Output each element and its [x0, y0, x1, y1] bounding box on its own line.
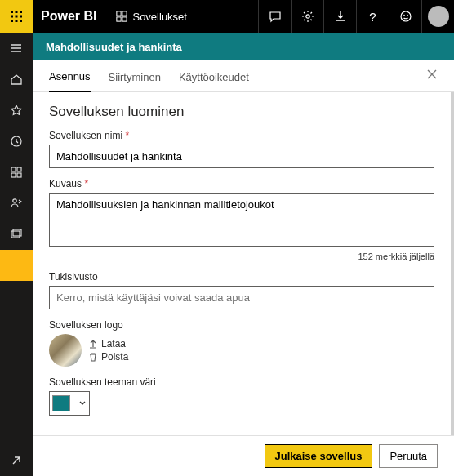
- app-logo-thumbnail: [49, 334, 82, 367]
- nav-current-workspace[interactable]: [0, 250, 33, 281]
- workspace-label: Sovellukset: [132, 11, 186, 23]
- svg-point-13: [305, 15, 309, 18]
- side-nav: [0, 33, 33, 476]
- support-site-input[interactable]: [49, 286, 434, 309]
- nav-recent[interactable]: [0, 126, 33, 157]
- description-input[interactable]: [49, 193, 434, 247]
- svg-rect-21: [17, 173, 21, 177]
- main-area: Mahdollisuudet ja hankinta Asennus Siirt…: [33, 33, 454, 476]
- svg-rect-5: [20, 16, 22, 18]
- svg-point-16: [407, 15, 408, 16]
- nav-toggle[interactable]: [0, 33, 33, 64]
- description-label: Kuvaus *: [49, 178, 434, 189]
- support-site-label: Tukisivusto: [49, 271, 434, 282]
- nav-home[interactable]: [0, 64, 33, 95]
- app-launcher[interactable]: [0, 0, 33, 33]
- svg-rect-6: [11, 20, 13, 22]
- svg-rect-7: [16, 20, 18, 22]
- footer-bar: Julkaise sovellus Peruuta: [33, 435, 454, 476]
- download-button[interactable]: [323, 0, 356, 33]
- gear-icon: [301, 10, 314, 23]
- svg-point-15: [403, 15, 405, 16]
- svg-point-22: [13, 199, 16, 202]
- workspace-switcher[interactable]: Sovellukset: [108, 11, 194, 23]
- cancel-button[interactable]: Peruuta: [379, 444, 438, 468]
- chars-remaining: 152 merkkiä jäljellä: [49, 251, 434, 261]
- nav-favorites[interactable]: [0, 95, 33, 126]
- theme-color-picker[interactable]: [49, 391, 90, 416]
- svg-rect-9: [117, 11, 121, 16]
- svg-rect-3: [11, 16, 13, 18]
- svg-point-14: [401, 11, 411, 21]
- star-icon: [10, 104, 23, 117]
- svg-rect-11: [117, 17, 121, 21]
- tab-setup[interactable]: Asennus: [49, 70, 91, 92]
- chat-bubble-icon: [269, 10, 282, 23]
- settings-button[interactable]: [291, 0, 323, 33]
- svg-rect-20: [11, 173, 16, 177]
- upload-icon: [88, 339, 98, 349]
- svg-rect-12: [122, 17, 127, 21]
- svg-rect-18: [11, 167, 16, 171]
- svg-rect-4: [16, 16, 18, 18]
- profile-button[interactable]: [421, 0, 454, 33]
- feedback-button[interactable]: [389, 0, 421, 33]
- trash-icon: [88, 352, 98, 362]
- smile-icon: [399, 10, 412, 23]
- arrow-out-icon: [10, 454, 23, 467]
- svg-rect-0: [11, 11, 13, 13]
- publish-app-button[interactable]: Julkaise sovellus: [265, 444, 373, 468]
- theme-swatch: [52, 395, 70, 411]
- app-name-input[interactable]: [49, 145, 434, 168]
- close-icon: [426, 69, 438, 80]
- workspace-icon: [116, 11, 127, 22]
- help-button[interactable]: ?: [356, 0, 389, 33]
- nav-apps[interactable]: [0, 157, 33, 188]
- theme-color-label: Sovelluksen teeman väri: [49, 376, 434, 388]
- download-icon: [334, 10, 347, 23]
- avatar: [428, 6, 449, 27]
- workspace-title: Mahdollisuudet ja hankinta: [46, 41, 182, 53]
- brand-label: Power BI: [33, 9, 108, 24]
- delete-logo-button[interactable]: Poista: [88, 351, 128, 363]
- upload-logo-button[interactable]: Lataa: [88, 338, 128, 349]
- chevron-down-icon: [78, 399, 87, 407]
- share-person-icon: [10, 197, 23, 210]
- app-name-label: Sovelluksen nimi *: [49, 130, 434, 141]
- tab-navigation[interactable]: Siirtyminen: [109, 71, 161, 91]
- nav-shared[interactable]: [0, 188, 33, 219]
- clock-icon: [10, 135, 23, 148]
- tab-permissions[interactable]: Käyttöoikeudet: [179, 71, 249, 91]
- nav-workspaces[interactable]: [0, 219, 33, 250]
- question-icon: ?: [369, 10, 376, 24]
- app-logo-label: Sovelluksen logo: [49, 319, 434, 331]
- svg-rect-2: [20, 11, 22, 13]
- workspace-header: Mahdollisuudet ja hankinta: [33, 33, 454, 60]
- panel-title: Sovelluksen luominen: [49, 104, 434, 120]
- home-icon: [10, 73, 23, 86]
- notifications-button[interactable]: [258, 0, 291, 33]
- top-actions: ?: [258, 0, 454, 33]
- svg-rect-1: [16, 11, 18, 13]
- close-button[interactable]: [426, 69, 438, 80]
- setup-panel: Sovelluksen luominen Sovelluksen nimi * …: [33, 92, 454, 435]
- waffle-icon: [10, 10, 23, 23]
- tabs-row: Asennus Siirtyminen Käyttöoikeudet: [33, 60, 454, 92]
- hamburger-icon: [10, 42, 23, 55]
- svg-rect-8: [20, 20, 22, 22]
- svg-rect-19: [17, 167, 21, 171]
- apps-icon: [10, 166, 23, 179]
- nav-getdata[interactable]: [0, 445, 33, 476]
- svg-rect-10: [122, 11, 127, 16]
- folders-icon: [10, 228, 23, 241]
- top-bar: Power BI Sovellukset ?: [0, 0, 454, 33]
